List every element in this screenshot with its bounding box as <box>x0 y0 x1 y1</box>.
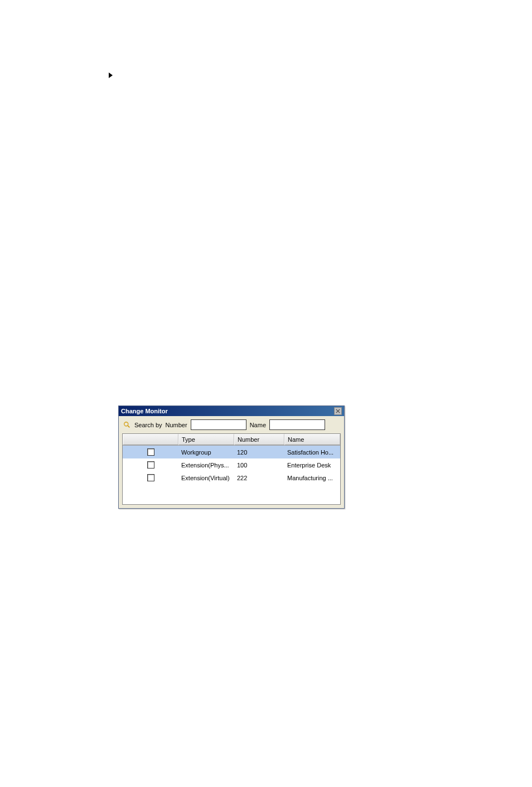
row-number: 222 <box>234 473 284 483</box>
table-row[interactable]: Workgroup 120 Satisfaction Ho... <box>123 446 340 458</box>
row-checkbox[interactable] <box>147 474 154 481</box>
titlebar[interactable]: Change Monitor <box>119 406 344 416</box>
search-bar: Search by Number Name <box>119 416 344 433</box>
svg-line-3 <box>128 425 130 427</box>
number-label: Number <box>166 422 187 428</box>
row-number: 100 <box>234 460 284 470</box>
row-type: Workgroup <box>178 447 234 457</box>
row-type: Extension(Virtual) <box>178 473 234 483</box>
row-number: 120 <box>234 447 284 457</box>
row-checkbox-cell <box>123 460 178 470</box>
svg-point-2 <box>124 422 128 426</box>
row-name: Satisfaction Ho... <box>284 447 340 457</box>
row-checkbox-cell <box>123 447 178 457</box>
search-by-label: Search by <box>134 422 162 428</box>
header-name[interactable]: Name <box>284 434 340 445</box>
number-input[interactable] <box>191 419 246 430</box>
close-button[interactable] <box>334 407 342 415</box>
table-row[interactable]: Extension(Phys... 100 Enterprise Desk <box>123 458 340 471</box>
dialog-title: Change Monitor <box>121 408 168 414</box>
row-checkbox[interactable] <box>147 461 154 469</box>
results-grid: Type Number Name Workgroup 120 Satisfact… <box>122 433 341 505</box>
header-number[interactable]: Number <box>234 434 284 445</box>
name-input[interactable] <box>269 419 325 430</box>
search-icon <box>123 421 131 429</box>
row-name: Enterprise Desk <box>284 460 340 470</box>
grid-body: Workgroup 120 Satisfaction Ho... Extensi… <box>123 446 340 504</box>
arrow-icon <box>109 73 113 78</box>
row-checkbox[interactable] <box>147 448 154 456</box>
change-monitor-dialog: Change Monitor Search by Number Name Typ… <box>118 405 345 509</box>
table-area: Type Number Name Workgroup 120 Satisfact… <box>119 433 344 508</box>
row-name: Manufacturing ... <box>284 473 340 483</box>
grid-header: Type Number Name <box>123 434 340 446</box>
header-check[interactable] <box>123 434 178 445</box>
row-type: Extension(Phys... <box>178 460 234 470</box>
row-checkbox-cell <box>123 472 178 483</box>
table-row[interactable]: Extension(Virtual) 222 Manufacturing ... <box>123 471 340 484</box>
name-label: Name <box>250 422 266 428</box>
header-type[interactable]: Type <box>178 434 234 445</box>
